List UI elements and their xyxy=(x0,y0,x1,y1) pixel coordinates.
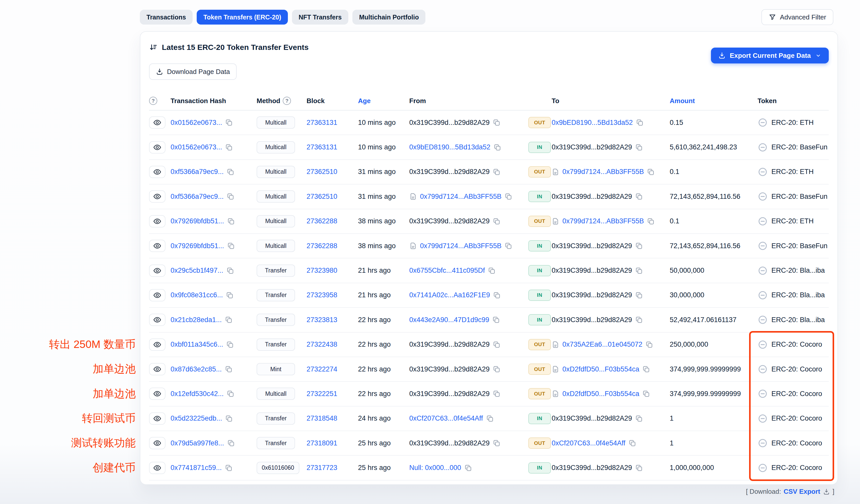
tx-hash-link[interactable]: 0x01562e0673... xyxy=(171,143,222,151)
csv-download-icon[interactable] xyxy=(823,488,830,495)
token-name[interactable]: ERC-20: Cocoro xyxy=(771,341,822,349)
eye-button[interactable] xyxy=(149,314,166,326)
copy-icon[interactable] xyxy=(493,390,500,398)
csv-export-link[interactable]: CSV Export xyxy=(784,488,820,495)
from-address[interactable]: Null: 0x000...000 xyxy=(409,464,461,472)
copy-icon[interactable] xyxy=(486,415,494,423)
to-address[interactable]: 0xD2fdfD50...F03b554ca xyxy=(562,365,639,373)
tx-hash-link[interactable]: 0x79d5a997fe8... xyxy=(171,439,224,447)
copy-icon[interactable] xyxy=(635,144,643,151)
eye-button[interactable] xyxy=(149,437,166,449)
copy-icon[interactable] xyxy=(225,365,232,373)
tab-token-transfers-erc-20[interactable]: Token Transfers (ERC-20) xyxy=(197,10,288,25)
copy-icon[interactable] xyxy=(226,292,233,299)
block-link[interactable]: 27323958 xyxy=(306,291,337,299)
copy-icon[interactable] xyxy=(635,464,643,472)
token-name[interactable]: ERC-20: ETH xyxy=(771,217,814,225)
block-link[interactable]: 27318548 xyxy=(306,414,337,423)
to-address[interactable]: 0x9bED8190...5Bd13da52 xyxy=(551,119,633,127)
token-name[interactable]: ERC-20: Cocoro xyxy=(771,365,822,373)
token-name[interactable]: ERC-20: Cocoro xyxy=(771,464,822,472)
to-address[interactable]: 0xD2fdfD50...F03b554ca xyxy=(562,390,639,398)
copy-icon[interactable] xyxy=(488,267,496,275)
eye-button[interactable] xyxy=(149,462,166,474)
copy-icon[interactable] xyxy=(629,439,636,447)
tab-multichain-portfolio[interactable]: Multichain Portfolio xyxy=(353,10,425,25)
copy-icon[interactable] xyxy=(636,119,644,127)
copy-icon[interactable] xyxy=(647,218,655,225)
eye-button[interactable] xyxy=(149,215,166,227)
tx-hash-link[interactable]: 0x01562e0673... xyxy=(171,119,222,127)
from-address[interactable]: 0xCf207C63...0f4e54Aff xyxy=(409,414,483,423)
token-name[interactable]: ERC-20: Cocoro xyxy=(771,390,822,398)
eye-button[interactable] xyxy=(149,289,166,301)
block-link[interactable]: 27317723 xyxy=(306,464,337,472)
block-link[interactable]: 27362288 xyxy=(306,242,337,250)
tx-hash-link[interactable]: 0x87d63e2c85... xyxy=(171,365,222,373)
block-link[interactable]: 27322251 xyxy=(306,390,337,398)
to-address[interactable]: 0x735A2Ea6...01e045072 xyxy=(562,341,642,349)
copy-icon[interactable] xyxy=(647,168,655,176)
col-amount[interactable]: Amount xyxy=(670,97,758,105)
copy-icon[interactable] xyxy=(225,464,232,472)
block-link[interactable]: 27363131 xyxy=(306,143,337,151)
copy-icon[interactable] xyxy=(464,464,472,472)
copy-icon[interactable] xyxy=(493,292,501,299)
tx-hash-link[interactable]: 0x21cb28eda1... xyxy=(171,316,222,324)
copy-icon[interactable] xyxy=(227,390,234,398)
tab-transactions[interactable]: Transactions xyxy=(140,10,192,25)
tx-hash-link[interactable]: 0x9fc08e31cc6... xyxy=(171,291,223,299)
to-address[interactable]: 0xCf207C63...0f4e54Aff xyxy=(551,439,626,447)
from-address[interactable]: 0x443e2A90...47D1d9c99 xyxy=(409,316,489,324)
tab-nft-transfers[interactable]: NFT Transfers xyxy=(292,10,348,25)
tx-hash-link[interactable]: 0x29c5cb1f497... xyxy=(171,267,223,275)
block-link[interactable]: 27322438 xyxy=(306,341,337,349)
block-link[interactable]: 27323980 xyxy=(306,267,337,275)
method-help-icon[interactable]: ? xyxy=(283,97,291,105)
block-link[interactable]: 27322274 xyxy=(306,365,337,373)
eye-button[interactable] xyxy=(149,388,166,400)
copy-icon[interactable] xyxy=(493,341,500,349)
tx-hash-link[interactable]: 0x12efd530c42... xyxy=(171,390,224,398)
token-name[interactable]: ERC-20: Cocoro xyxy=(771,439,822,447)
eye-button[interactable] xyxy=(149,339,166,351)
copy-icon[interactable] xyxy=(226,267,234,275)
copy-icon[interactable] xyxy=(493,439,500,447)
help-icon[interactable]: ? xyxy=(149,97,157,105)
from-address[interactable]: 0x799d7124...ABb3FF55B xyxy=(420,242,501,250)
copy-icon[interactable] xyxy=(635,292,643,299)
col-age[interactable]: Age xyxy=(358,97,409,105)
token-name[interactable]: ERC-20: BaseFun xyxy=(771,242,828,250)
copy-icon[interactable] xyxy=(642,365,650,373)
copy-icon[interactable] xyxy=(635,267,643,275)
token-name[interactable]: ERC-20: BaseFun xyxy=(771,193,828,201)
block-link[interactable]: 27363131 xyxy=(306,119,337,127)
eye-button[interactable] xyxy=(149,240,166,252)
token-name[interactable]: ERC-20: Bla...iba xyxy=(771,316,825,324)
tx-hash-link[interactable]: 0x7741871c59... xyxy=(171,464,222,472)
from-address[interactable]: 0x9bED8190...5Bd13da52 xyxy=(409,143,490,151)
eye-button[interactable] xyxy=(149,116,166,129)
block-link[interactable]: 27362510 xyxy=(306,193,337,201)
block-link[interactable]: 27362288 xyxy=(306,217,337,225)
advanced-filter-button[interactable]: Advanced Filter xyxy=(761,9,833,25)
token-name[interactable]: ERC-20: Bla...iba xyxy=(771,291,825,299)
copy-icon[interactable] xyxy=(226,341,234,349)
token-name[interactable]: ERC-20: Bla...iba xyxy=(771,267,825,275)
tx-hash-link[interactable]: 0x79269bfdb51... xyxy=(171,242,224,250)
block-link[interactable]: 27362510 xyxy=(306,168,337,176)
token-name[interactable]: ERC-20: ETH xyxy=(771,168,814,176)
copy-icon[interactable] xyxy=(635,415,643,423)
copy-icon[interactable] xyxy=(225,144,233,151)
tx-hash-link[interactable]: 0xf5366a79ec9... xyxy=(171,168,224,176)
to-address[interactable]: 0x799d7124...ABb3FF55B xyxy=(562,168,644,176)
copy-icon[interactable] xyxy=(227,168,234,176)
copy-icon[interactable] xyxy=(493,168,500,176)
tx-hash-link[interactable]: 0x79269bfdb51... xyxy=(171,217,224,225)
eye-button[interactable] xyxy=(149,412,166,425)
copy-icon[interactable] xyxy=(635,242,643,250)
tx-hash-link[interactable]: 0x5d23225edb... xyxy=(171,414,222,423)
block-link[interactable]: 27318091 xyxy=(306,439,337,447)
download-page-data-button[interactable]: Download Page Data xyxy=(149,63,236,80)
copy-icon[interactable] xyxy=(493,218,500,225)
